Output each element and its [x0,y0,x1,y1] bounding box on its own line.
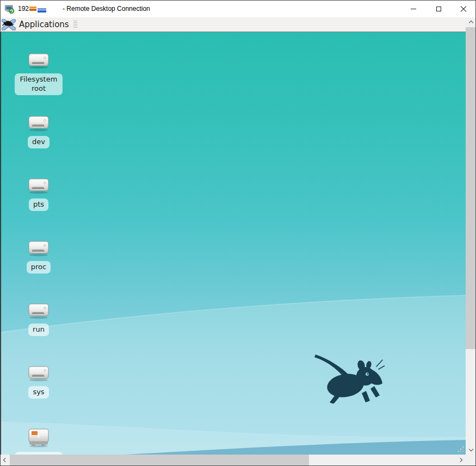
desktop-icon-label: run [28,324,49,336]
desktop-icon-proc[interactable]: proc [14,239,63,274]
desktop-icon-label: sys [28,386,48,399]
system-drive-icon [26,428,51,448]
rdp-app-icon [5,4,14,14]
desktop-left-edge [0,32,1,455]
desktop-icon-label: Filesystem root [15,73,63,95]
scroll-right-button[interactable] [456,455,466,465]
desktop-icon-label: pts [29,198,48,211]
drive-icon [26,364,51,382]
redaction-bar-blue-icon [38,8,46,13]
desktop-icon-label: File System [15,452,63,455]
vertical-scrollbar[interactable] [466,17,476,455]
minimize-icon [411,9,416,9]
resize-grip[interactable] [466,455,476,466]
drive-icon [26,52,51,69]
drive-icon [26,239,51,257]
drive-icon [26,114,51,132]
vertical-scroll-thumb[interactable] [466,27,476,349]
applications-label: Applications [19,20,69,29]
scroll-up-button[interactable] [466,17,476,27]
xfce-mouse-logo [313,353,385,403]
wallpaper-waves [0,32,466,455]
redaction-bar-orange-icon [29,7,36,11]
desktop-icon-file-system[interactable]: File System [14,428,63,455]
desktop-icon-pts[interactable]: pts [14,177,63,211]
chevron-down-icon [468,447,473,451]
window-title: 192 - Remote Desktop Connection [18,5,150,13]
close-icon [460,5,467,12]
title-suffix: - Remote Desktop Connection [63,5,150,13]
desktop-icon-sys[interactable]: sys [14,364,63,399]
applications-menu-button[interactable]: Applications [0,17,72,32]
window-controls [401,0,476,17]
maximize-button[interactable] [426,0,451,17]
drive-icon [26,302,51,319]
xfce-panel: Applications [0,17,466,32]
minimize-button[interactable] [401,0,426,17]
desktop-icon-filesystem-root[interactable]: Filesystem root [14,52,63,95]
desktop-icon-run[interactable]: run [14,302,63,336]
chevron-up-icon [468,21,473,25]
desktop-icon-label: dev [28,136,50,148]
xfce-logo-icon [2,19,16,30]
titlebar[interactable]: 192 - Remote Desktop Connection [0,0,476,17]
close-button[interactable] [451,0,476,17]
chevron-left-icon [3,458,8,462]
panel-handle[interactable] [73,21,77,29]
maximize-icon [436,7,441,11]
horizontal-scrollbar[interactable] [0,455,466,465]
desktop-icon-dev[interactable]: dev [14,114,63,148]
horizontal-scroll-thumb[interactable] [10,455,309,465]
scroll-down-button[interactable] [466,445,476,455]
scroll-left-button[interactable] [0,455,9,465]
drive-icon [26,177,51,194]
desktop-icon-label: proc [27,261,51,274]
desktop[interactable]: Filesystem root dev pts proc run sys Fil… [0,32,466,455]
title-prefix: 192 [18,5,29,13]
chevron-right-icon [458,458,462,462]
